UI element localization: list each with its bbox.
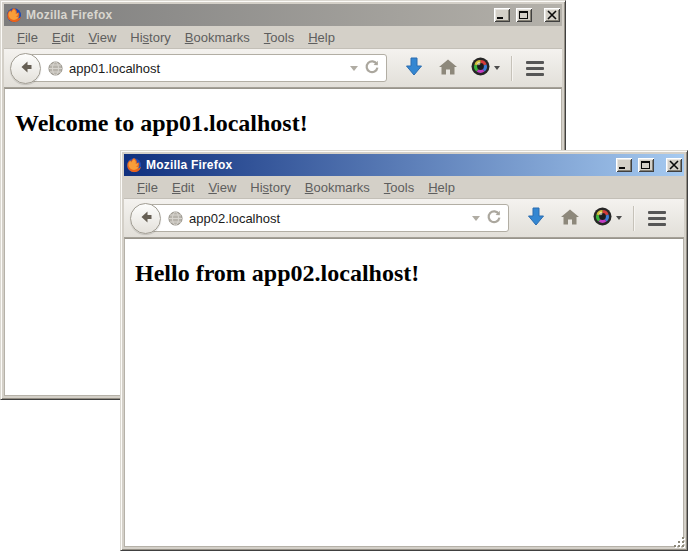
- addon-button[interactable]: [465, 53, 505, 83]
- color-wheel-icon: [471, 57, 490, 79]
- close-button[interactable]: [666, 158, 682, 172]
- url-history-dropdown-button[interactable]: [346, 58, 362, 78]
- navigation-toolbar: [4, 49, 562, 88]
- chevron-down-icon: [616, 216, 622, 220]
- maximize-button[interactable]: [638, 158, 654, 172]
- url-input[interactable]: [69, 61, 346, 76]
- close-icon: [546, 10, 558, 20]
- firefox-icon[interactable]: [6, 7, 22, 23]
- chevron-down-icon: [472, 216, 480, 221]
- globe-icon[interactable]: [168, 211, 183, 226]
- menu-bar: File Edit View History Bookmarks Tools H…: [124, 176, 684, 199]
- menu-edit[interactable]: Edit: [45, 28, 81, 47]
- menu-history[interactable]: History: [243, 178, 297, 197]
- color-wheel-icon: [593, 207, 612, 229]
- menu-view[interactable]: View: [201, 178, 243, 197]
- firefox-icon[interactable]: [126, 157, 142, 173]
- blue-down-arrow-icon: [404, 56, 424, 81]
- titlebar[interactable]: Mozilla Firefox: [4, 4, 562, 26]
- maximize-icon: [518, 10, 530, 20]
- app-menu-button[interactable]: [518, 53, 552, 83]
- menu-tools[interactable]: Tools: [257, 28, 301, 47]
- menu-bookmarks[interactable]: Bookmarks: [178, 28, 257, 47]
- home-icon: [438, 58, 458, 79]
- menu-edit[interactable]: Edit: [165, 178, 201, 197]
- menu-history[interactable]: History: [123, 28, 177, 47]
- url-input[interactable]: [189, 211, 468, 226]
- download-button[interactable]: [519, 203, 553, 233]
- chevron-down-icon: [350, 66, 358, 71]
- toolbar-separator: [511, 56, 512, 81]
- close-icon: [668, 160, 680, 170]
- toolbar-separator: [633, 206, 634, 231]
- menu-help[interactable]: Help: [301, 28, 342, 47]
- home-icon: [560, 208, 580, 229]
- close-button[interactable]: [544, 8, 560, 22]
- window-title: Mozilla Firefox: [146, 158, 610, 172]
- titlebar[interactable]: Mozilla Firefox: [124, 154, 684, 176]
- back-button[interactable]: [10, 53, 41, 84]
- chevron-down-icon: [494, 66, 500, 70]
- browser-content: Hello from app02.localhost!: [124, 238, 684, 547]
- menu-bookmarks[interactable]: Bookmarks: [298, 178, 377, 197]
- url-history-dropdown-button[interactable]: [468, 208, 484, 228]
- home-button[interactable]: [553, 203, 587, 233]
- page-heading: Hello from app02.localhost!: [135, 260, 683, 287]
- maximize-icon: [640, 160, 652, 170]
- reload-icon: [486, 209, 502, 228]
- globe-icon[interactable]: [48, 61, 63, 76]
- menu-help[interactable]: Help: [421, 178, 462, 197]
- blue-down-arrow-icon: [526, 206, 546, 231]
- reload-icon: [364, 59, 380, 78]
- app-menu-button[interactable]: [640, 203, 674, 233]
- menu-view[interactable]: View: [81, 28, 123, 47]
- window-title: Mozilla Firefox: [26, 8, 488, 22]
- minimize-button[interactable]: [494, 8, 510, 22]
- back-arrow-icon: [137, 208, 155, 229]
- navigation-toolbar: [124, 199, 684, 238]
- minimize-icon: [496, 10, 508, 20]
- minimize-icon: [618, 160, 630, 170]
- menu-file[interactable]: File: [10, 28, 45, 47]
- home-button[interactable]: [431, 53, 465, 83]
- back-button[interactable]: [130, 203, 161, 234]
- resize-grip[interactable]: [672, 535, 686, 549]
- hamburger-icon: [648, 211, 666, 226]
- page-heading: Welcome to app01.localhost!: [15, 110, 561, 137]
- addon-button[interactable]: [587, 203, 627, 233]
- menu-bar: File Edit View History Bookmarks Tools H…: [4, 26, 562, 49]
- minimize-button[interactable]: [616, 158, 632, 172]
- firefox-window-app02: Mozilla Firefox File Edit View History B…: [120, 150, 688, 551]
- reload-button[interactable]: [484, 208, 504, 228]
- menu-file[interactable]: File: [130, 178, 165, 197]
- hamburger-icon: [526, 61, 544, 76]
- url-bar: [25, 54, 387, 82]
- back-arrow-icon: [17, 58, 35, 79]
- menu-tools[interactable]: Tools: [377, 178, 421, 197]
- maximize-button[interactable]: [516, 8, 532, 22]
- reload-button[interactable]: [362, 58, 382, 78]
- download-button[interactable]: [397, 53, 431, 83]
- url-bar: [145, 204, 509, 232]
